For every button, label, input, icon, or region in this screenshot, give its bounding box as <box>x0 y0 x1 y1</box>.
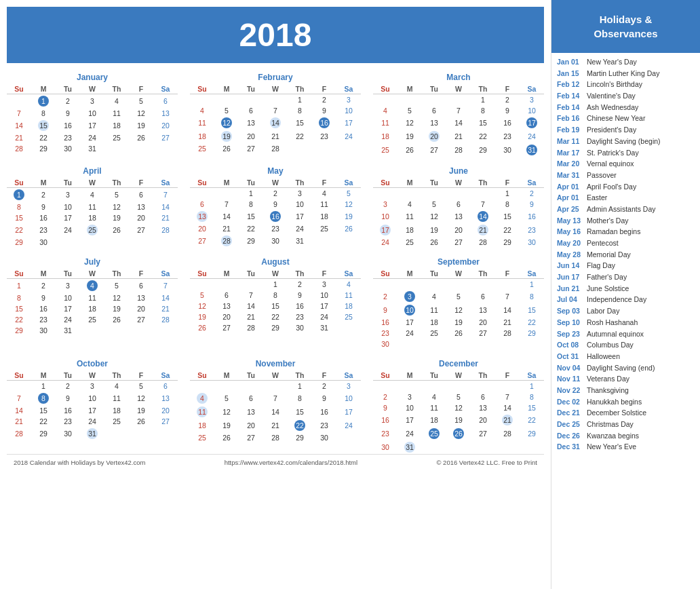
holiday-item: Jun 17Father's Day <box>557 272 695 282</box>
calendar-day: 3 <box>397 392 422 402</box>
month-table: SuMTuWThFSa12345678910111213141516171819… <box>7 84 178 154</box>
holiday-item: May 16Ramadan begins <box>557 227 695 237</box>
calendar-day <box>80 325 104 336</box>
holiday-date: Sep 10 <box>557 318 583 328</box>
calendar-day: 24 <box>397 427 422 440</box>
calendar-day: 12 <box>214 405 239 419</box>
highlight-blue: 8 <box>38 393 49 404</box>
calendar-day: 4 <box>190 392 214 405</box>
holiday-item: Sep 23Autumnal equinox <box>557 329 695 339</box>
calendar-day: 29 <box>520 328 544 339</box>
calendar-day: 8 <box>7 202 31 212</box>
calendar-day: 19 <box>190 311 214 322</box>
holiday-name: Labor Day <box>587 306 619 316</box>
calendar-day: 11 <box>397 210 422 223</box>
holiday-name: Daylight Saving (end) <box>587 363 655 373</box>
calendar-day <box>129 325 153 336</box>
calendar-day: 1 <box>7 279 31 293</box>
holiday-name: Flag Day <box>587 261 615 271</box>
calendar-day: 8 <box>239 199 263 210</box>
holiday-item: Feb 19President's Day <box>557 125 695 135</box>
holiday-date: Dec 02 <box>557 397 583 407</box>
calendar-day: 7 <box>153 188 178 202</box>
calendar-day: 1 <box>31 94 56 109</box>
calendar-day: 28 <box>153 314 178 325</box>
calendar-day: 19 <box>446 317 471 328</box>
holiday-date: Apr 25 <box>557 204 583 214</box>
holiday-date: Sep 03 <box>557 306 583 316</box>
months-grid: JanuarySuMTuWThFSa1234567891011121314151… <box>7 73 544 454</box>
calendar-day <box>288 143 312 154</box>
calendar-day: 17 <box>397 413 422 427</box>
calendar-day: 26 <box>422 237 446 248</box>
calendar-day: 23 <box>520 223 544 237</box>
calendar-day: 1 <box>288 94 312 106</box>
calendar-day: 7 <box>263 105 288 116</box>
calendar-day: 6 <box>214 290 239 301</box>
calendar-day: 16 <box>56 405 80 416</box>
calendar-day: 16 <box>312 405 336 419</box>
highlight-blue: 1 <box>38 96 49 107</box>
calendar-day: 10 <box>80 108 104 119</box>
highlight-light: 20 <box>429 131 440 142</box>
calendar-day: 4 <box>422 392 446 402</box>
calendar-day <box>153 143 178 154</box>
holiday-name: June Solstice <box>587 284 629 294</box>
footer-left: 2018 Calendar with Holidays by Vertex42.… <box>14 459 145 466</box>
calendar-day <box>471 279 495 290</box>
calendar-day <box>520 339 544 349</box>
highlight-blue: 22 <box>294 420 305 431</box>
holiday-name: Father's Day <box>587 272 627 282</box>
calendar-day <box>104 325 129 336</box>
calendar-day: 21 <box>495 413 520 427</box>
holiday-name: New Year's Eve <box>587 442 636 452</box>
calendar-day: 20 <box>129 212 153 223</box>
holiday-name: Independence Day <box>587 294 646 305</box>
calendar-day: 26 <box>446 328 471 339</box>
holiday-name: Passover <box>587 170 617 180</box>
calendar-day <box>214 381 239 392</box>
calendar-day: 6 <box>129 188 153 202</box>
holiday-item: May 13Mother's Day <box>557 216 695 226</box>
holiday-date: Nov 11 <box>557 374 583 384</box>
calendar-day: 29 <box>471 143 495 157</box>
holiday-name: Chinese New Year <box>587 113 645 124</box>
calendar-day: 11 <box>373 116 397 130</box>
calendar-day: 8 <box>520 290 544 303</box>
holiday-name: Martin Luther King Day <box>587 69 659 79</box>
calendar-day: 1 <box>471 94 495 106</box>
calendar-day: 10 <box>56 292 80 303</box>
month-table: SuMTuWThFSa12345678910111213141516171819… <box>190 370 361 443</box>
calendar-day <box>471 339 495 349</box>
month-table: SuMTuWThFSa12345678910111213141516171819… <box>373 269 544 349</box>
calendar-day: 5 <box>446 392 471 402</box>
calendar-day <box>422 188 446 200</box>
calendar-day: 30 <box>288 322 312 333</box>
calendar-day <box>239 381 263 392</box>
calendar-day: 22 <box>31 132 56 143</box>
calendar-day: 30 <box>373 440 397 454</box>
holiday-date: Mar 31 <box>557 170 583 180</box>
calendar-day: 23 <box>495 130 520 143</box>
calendar-day: 30 <box>373 339 397 349</box>
calendar-day: 23 <box>373 328 397 339</box>
calendar-day: 22 <box>31 416 56 427</box>
month-title: August <box>190 257 361 267</box>
calendar-day: 30 <box>56 143 80 154</box>
calendar-day: 7 <box>471 199 495 210</box>
calendar-day: 18 <box>190 419 214 432</box>
month-table: SuMTuWThFSa12345678910111213141516171819… <box>190 178 361 248</box>
highlight-light: 13 <box>197 211 208 222</box>
calendar-day: 28 <box>239 322 263 333</box>
calendar-day: 2 <box>31 279 56 293</box>
calendar-day: 13 <box>153 108 178 119</box>
calendar-day: 3 <box>336 94 361 106</box>
calendar-day: 7 <box>446 105 471 116</box>
calendar-day <box>422 94 446 106</box>
calendar-day <box>397 188 422 200</box>
calendar-day <box>104 427 129 440</box>
calendar-day: 5 <box>214 392 239 405</box>
calendar-day: 1 <box>263 279 288 290</box>
calendar-day: 3 <box>520 94 544 106</box>
calendar-day: 10 <box>336 105 361 116</box>
